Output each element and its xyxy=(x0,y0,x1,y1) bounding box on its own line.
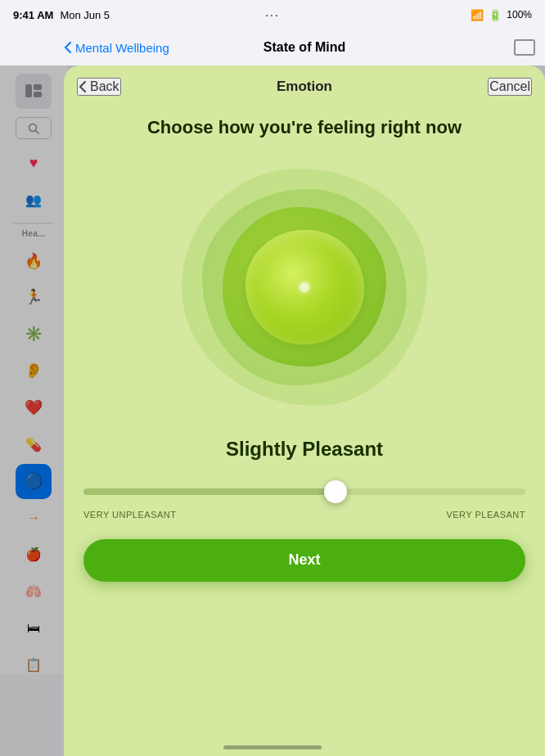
top-nav-title: State of Mind xyxy=(263,40,345,55)
emotion-value-label: Slightly Pleasant xyxy=(226,438,383,461)
next-button[interactable]: Next xyxy=(83,539,525,582)
wifi-icon: 📶 xyxy=(471,9,484,21)
modal-back-button[interactable]: Back xyxy=(77,78,121,96)
modal-cancel-label: Cancel xyxy=(489,79,530,93)
emotion-flower-visualization[interactable] xyxy=(173,156,435,418)
modal-title: Emotion xyxy=(277,79,332,95)
emotion-slider-section: VERY UNPLEASANT VERY PLEASANT xyxy=(83,477,525,520)
top-nav-back[interactable]: Mental Wellbeing xyxy=(64,41,169,55)
slider-labels: VERY UNPLEASANT VERY PLEASANT xyxy=(83,510,525,520)
modal-content: Choose how you're feeling right now Slig… xyxy=(64,108,545,756)
status-date: Mon Jun 5 xyxy=(60,9,110,21)
slider-max-label: VERY PLEASANT xyxy=(446,510,525,520)
home-indicator xyxy=(223,745,322,749)
status-icons: 📶 🔋 100% xyxy=(471,9,532,21)
status-time: 9:41 AM xyxy=(13,9,53,21)
slider-thumb[interactable] xyxy=(324,480,347,503)
slider-min-label: VERY UNPLEASANT xyxy=(83,510,176,520)
modal-cancel-button[interactable]: Cancel xyxy=(488,78,532,96)
emotion-modal: Back Emotion Cancel Choose how you're fe… xyxy=(64,65,545,756)
top-nav-back-label: Mental Wellbeing xyxy=(75,41,169,55)
choose-feeling-text: Choose how you're feeling right now xyxy=(147,116,462,140)
modal-header: Back Emotion Cancel xyxy=(64,65,545,108)
next-button-label: Next xyxy=(288,551,320,569)
split-view-icon[interactable] xyxy=(514,39,535,56)
top-nav: Mental Wellbeing State of Mind xyxy=(64,29,545,65)
status-dots: ··· xyxy=(265,8,280,21)
slider-track xyxy=(83,488,525,495)
flower-center xyxy=(300,282,309,292)
battery-icon: 🔋 xyxy=(489,9,502,21)
slider-track-container[interactable] xyxy=(83,477,525,506)
slider-fill xyxy=(83,488,336,495)
modal-back-label: Back xyxy=(90,79,119,94)
battery-label: 100% xyxy=(507,9,532,20)
status-bar: 9:41 AM Mon Jun 5 ··· 📶 🔋 100% xyxy=(0,0,545,29)
